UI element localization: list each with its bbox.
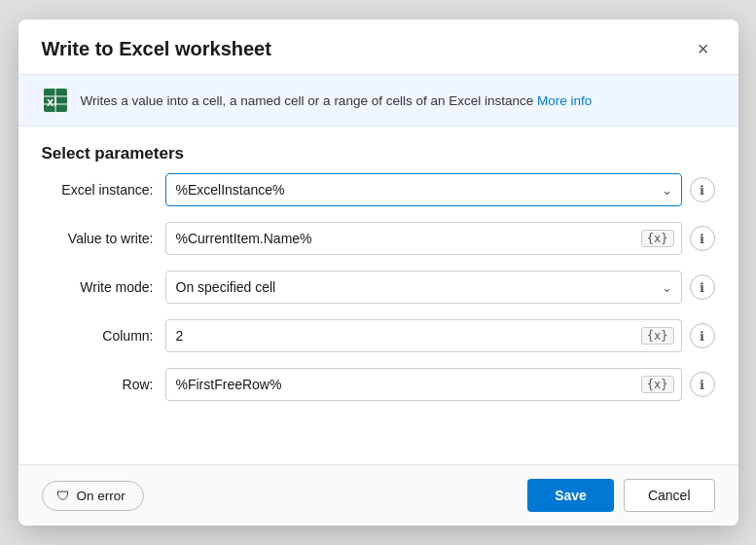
params-area: Excel instance: %ExcelInstance% ⌄ ℹ Valu… (18, 173, 738, 464)
excel-instance-dropdown-wrapper: %ExcelInstance% ⌄ (165, 173, 682, 206)
more-info-link[interactable]: More info (537, 93, 592, 108)
footer-right: Save Cancel (527, 479, 714, 512)
param-row-column: Column: {x} ℹ (42, 319, 715, 352)
control-excel-instance: %ExcelInstance% ⌄ ℹ (165, 173, 715, 206)
column-var-badge: {x} (641, 327, 674, 345)
param-row-write-mode: Write mode: On specified cell On current… (42, 271, 715, 304)
param-row-value-to-write: Value to write: {x} ℹ (42, 222, 715, 255)
column-info-button[interactable]: ℹ (690, 323, 715, 348)
row-input[interactable] (165, 368, 682, 401)
label-write-mode: Write mode: (42, 279, 154, 295)
dialog-title: Write to Excel worksheet (42, 38, 271, 60)
value-to-write-input[interactable] (165, 222, 682, 255)
on-error-button[interactable]: 🛡 On error (42, 481, 144, 511)
row-var-badge: {x} (641, 376, 674, 393)
control-column: {x} ℹ (165, 319, 715, 352)
control-row: {x} ℹ (165, 368, 715, 401)
control-write-mode: On specified cell On currently active ce… (165, 271, 715, 304)
label-excel-instance: Excel instance: (42, 182, 154, 198)
column-input-wrapper: {x} (165, 319, 682, 352)
value-to-write-var-badge: {x} (641, 230, 674, 247)
row-input-wrapper: {x} (165, 368, 682, 401)
control-value-to-write: {x} ℹ (165, 222, 715, 255)
dialog-footer: 🛡 On error Save Cancel (18, 464, 738, 526)
excel-instance-info-button[interactable]: ℹ (690, 177, 715, 202)
excel-instance-select[interactable]: %ExcelInstance% (165, 173, 682, 206)
info-banner-text: Writes a value into a cell, a named cell… (81, 93, 593, 108)
on-error-label: On error (77, 489, 126, 503)
label-value-to-write: Value to write: (42, 231, 154, 246)
write-to-excel-dialog: Write to Excel worksheet × xl Writes a v… (18, 19, 738, 526)
close-button[interactable]: × (692, 37, 715, 60)
dialog-header: Write to Excel worksheet × (18, 19, 738, 75)
section-title: Select parameters (18, 127, 738, 173)
row-info-button[interactable]: ℹ (690, 372, 715, 397)
label-column: Column: (42, 328, 154, 344)
cancel-button[interactable]: Cancel (624, 479, 715, 512)
param-row-row: Row: {x} ℹ (42, 368, 715, 401)
info-banner: xl Writes a value into a cell, a named c… (18, 75, 738, 127)
value-to-write-info-button[interactable]: ℹ (690, 226, 715, 251)
value-to-write-input-wrapper: {x} (165, 222, 682, 255)
write-mode-select[interactable]: On specified cell On currently active ce… (165, 271, 682, 304)
shield-icon: 🛡 (56, 489, 70, 503)
save-button[interactable]: Save (527, 479, 614, 512)
excel-icon: xl (42, 87, 69, 114)
write-mode-dropdown-wrapper: On specified cell On currently active ce… (165, 271, 682, 304)
label-row: Row: (42, 377, 154, 392)
write-mode-info-button[interactable]: ℹ (690, 274, 715, 300)
column-input[interactable] (165, 319, 682, 352)
param-row-excel-instance: Excel instance: %ExcelInstance% ⌄ ℹ (42, 173, 715, 206)
